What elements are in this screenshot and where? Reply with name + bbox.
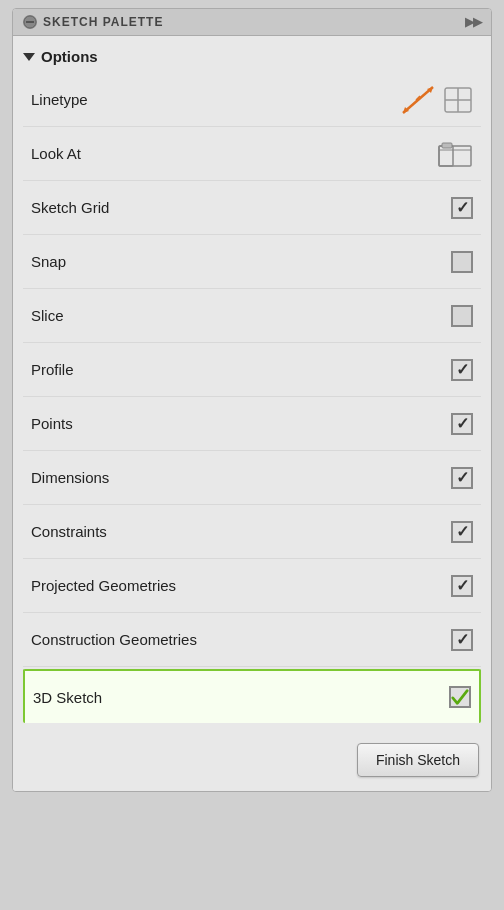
profile-control: [451, 359, 473, 381]
3d-sketch-label: 3D Sketch: [33, 689, 102, 706]
points-label: Points: [31, 415, 73, 432]
svg-rect-10: [439, 146, 453, 166]
row-construction-geometries: Construction Geometries: [23, 613, 481, 667]
footer: Finish Sketch: [13, 729, 491, 791]
row-profile: Profile: [23, 343, 481, 397]
row-snap: Snap: [23, 235, 481, 289]
construction-geometries-label: Construction Geometries: [31, 631, 197, 648]
svg-rect-12: [442, 143, 452, 148]
row-slice: Slice: [23, 289, 481, 343]
sketch-palette-panel: SKETCH PALETTE ▶▶ Options Linetype: [12, 8, 492, 792]
points-checkbox[interactable]: [451, 413, 473, 435]
green-check-icon: [451, 687, 469, 707]
points-control: [451, 413, 473, 435]
constraints-control: [451, 521, 473, 543]
svg-line-2: [403, 87, 433, 113]
look-at-label: Look At: [31, 145, 81, 162]
look-at-control[interactable]: [437, 140, 473, 168]
constraints-checkbox[interactable]: [451, 521, 473, 543]
look-at-icon[interactable]: [437, 140, 473, 168]
linetype-controls: [401, 85, 473, 115]
linetype-active-icon[interactable]: [401, 85, 435, 115]
dimensions-label: Dimensions: [31, 469, 109, 486]
svg-rect-9: [439, 146, 471, 166]
profile-checkbox[interactable]: [451, 359, 473, 381]
svg-rect-1: [26, 21, 34, 23]
slice-control: [451, 305, 473, 327]
constraints-label: Constraints: [31, 523, 107, 540]
dimensions-control: [451, 467, 473, 489]
dimensions-checkbox[interactable]: [451, 467, 473, 489]
construction-geometries-control: [451, 629, 473, 651]
linetype-label: Linetype: [31, 91, 88, 108]
row-sketch-grid: Sketch Grid: [23, 181, 481, 235]
options-section: Options Linetype: [13, 36, 491, 729]
panel-header: SKETCH PALETTE ▶▶: [13, 9, 491, 36]
projected-geometries-control: [451, 575, 473, 597]
options-title: Options: [23, 44, 481, 69]
row-points: Points: [23, 397, 481, 451]
3d-sketch-control: [449, 686, 471, 708]
slice-label: Slice: [31, 307, 64, 324]
snap-label: Snap: [31, 253, 66, 270]
construction-geometries-checkbox[interactable]: [451, 629, 473, 651]
sketch-grid-label: Sketch Grid: [31, 199, 109, 216]
finish-sketch-button[interactable]: Finish Sketch: [357, 743, 479, 777]
profile-label: Profile: [31, 361, 74, 378]
sketch-grid-checkbox[interactable]: [451, 197, 473, 219]
3d-sketch-checkbox[interactable]: [449, 686, 471, 708]
row-dimensions: Dimensions: [23, 451, 481, 505]
projected-geometries-label: Projected Geometries: [31, 577, 176, 594]
options-label: Options: [41, 48, 98, 65]
row-projected-geometries: Projected Geometries: [23, 559, 481, 613]
row-constraints: Constraints: [23, 505, 481, 559]
snap-control: [451, 251, 473, 273]
expand-icon[interactable]: ▶▶: [465, 15, 481, 29]
circle-minus-icon: [23, 15, 37, 29]
row-linetype: Linetype: [23, 73, 481, 127]
snap-checkbox[interactable]: [451, 251, 473, 273]
collapse-triangle-icon[interactable]: [23, 53, 35, 61]
sketch-grid-control: [451, 197, 473, 219]
row-look-at: Look At: [23, 127, 481, 181]
row-3d-sketch: 3D Sketch: [23, 669, 481, 723]
linetype-construction-icon[interactable]: [443, 86, 473, 114]
panel-title: SKETCH PALETTE: [43, 15, 163, 29]
projected-geometries-checkbox[interactable]: [451, 575, 473, 597]
panel-header-left: SKETCH PALETTE: [23, 15, 163, 29]
slice-checkbox[interactable]: [451, 305, 473, 327]
